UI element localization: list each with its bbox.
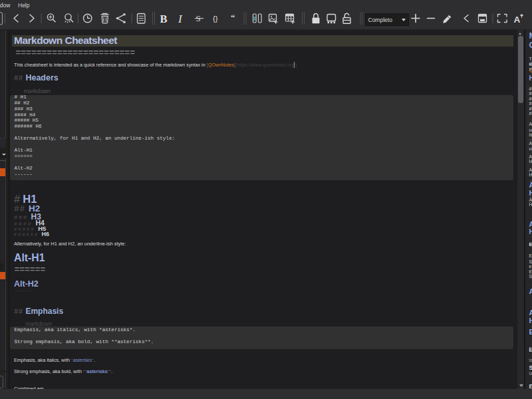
svg-text:A: A <box>514 15 521 25</box>
svg-text:“: “ <box>231 13 235 23</box>
svg-text:I: I <box>178 13 183 25</box>
svg-text:{}: {} <box>213 15 218 23</box>
svg-text:B: B <box>160 13 168 25</box>
